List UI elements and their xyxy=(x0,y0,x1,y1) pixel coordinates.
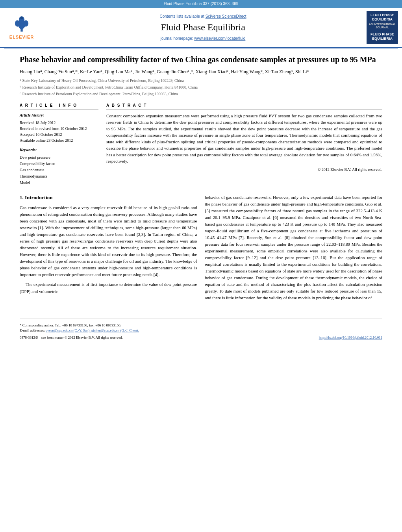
journal-citation-bar: Fluid Phase Equilibria 337 (2013) 363–36… xyxy=(0,0,402,8)
received-date: Received 18 July 2012 xyxy=(20,120,98,126)
badge-title: FLUID PHASE EQUILIBRIA xyxy=(371,13,394,22)
intro-para-2: The experimental measurement is of first… xyxy=(20,281,197,295)
article-info-abstract: A R T I C L E I N F O Article history: R… xyxy=(20,103,382,186)
article-title: Phase behavior and compressibility facto… xyxy=(20,54,382,65)
copyright-line: © 2012 Elsevier B.V. All rights reserved… xyxy=(106,167,382,172)
authors-line: Huang Liuᵃ, Chang-Yu Sunᵃ,*, Ke-Le Yanᵃ,… xyxy=(20,69,382,75)
author-list: Huang Liuᵃ, Chang-Yu Sunᵃ,*, Ke-Le Yanᵃ,… xyxy=(20,69,309,74)
body-col-right: behavior of gas condensate reservoirs. H… xyxy=(205,194,383,305)
affiliation-c: ᶜ Research Institute of Petroleum Explor… xyxy=(20,91,382,97)
elsevier-logo: ELSEVIER xyxy=(4,11,39,44)
sciverse-link[interactable]: SciVerse ScienceDirect xyxy=(206,14,246,19)
revised-date: Received in revised form 10 October 2012 xyxy=(20,126,98,132)
homepage-link[interactable]: www.elsevier.com/locate/fluid xyxy=(194,36,245,41)
keywords-label: Keywords: xyxy=(20,147,98,153)
body-col-left: 1. Introduction Gas condensate is consid… xyxy=(20,194,197,305)
keyword-1: Dew point pressure xyxy=(20,154,98,161)
journal-title: Fluid Phase Equilibria xyxy=(161,21,245,34)
doi-link[interactable]: http://dx.doi.org/10.1016/j.fluid.2012.1… xyxy=(319,335,382,340)
section1-title: 1. Introduction xyxy=(20,194,197,201)
keyword-2: Compressibility factor xyxy=(20,161,98,167)
keywords-section: Keywords: Dew point pressure Compressibi… xyxy=(20,147,98,186)
main-content: Phase behavior and compressibility facto… xyxy=(0,48,402,313)
abstract-col: A B S T R A C T Constant composition exp… xyxy=(106,103,382,186)
page: Fluid Phase Equilibria 337 (2013) 363–36… xyxy=(0,0,402,532)
svg-point-5 xyxy=(20,16,23,19)
footer-divider xyxy=(20,319,382,321)
email-links[interactable]: cysun@cup.edu.cn (C.-Y. Sun), gjchen@cup… xyxy=(46,328,139,332)
article-info-header: A R T I C L E I N F O xyxy=(20,103,98,109)
available-date: Available online 23 October 2012 xyxy=(20,137,98,143)
keyword-4: Thermodynamics xyxy=(20,173,98,180)
intro-para-1: Gas condensate is considered as a very c… xyxy=(20,204,197,278)
journal-center: Contents lists available at SciVerse Sci… xyxy=(43,11,363,44)
footer-bottom: 0378-3812/$ – see front matter © 2012 El… xyxy=(20,335,382,340)
homepage-line: journal homepage: www.elsevier.com/locat… xyxy=(161,36,246,41)
abstract-text: Constant composition expansion measureme… xyxy=(106,113,382,165)
keyword-3: Gas condensate xyxy=(20,167,98,173)
accepted-date: Accepted 16 October 2012 xyxy=(20,132,98,137)
article-history-label: Article history: xyxy=(20,113,98,118)
badge-subtitle: AN INTERNATIONAL JOURNAL xyxy=(368,23,397,30)
journal-header: ELSEVIER Contents lists available at Sci… xyxy=(0,8,402,48)
journal-badge: FLUID PHASE EQUILIBRIA AN INTERNATIONAL … xyxy=(367,11,398,44)
body-section: 1. Introduction Gas condensate is consid… xyxy=(20,194,382,305)
elsevier-wordmark: ELSEVIER xyxy=(9,34,34,40)
sciverse-line: Contents lists available at SciVerse Sci… xyxy=(159,14,246,19)
intro-para-3: behavior of gas condensate reservoirs. H… xyxy=(205,194,383,302)
body-text-right: behavior of gas condensate reservoirs. H… xyxy=(205,194,383,302)
body-divider xyxy=(20,190,382,190)
issn-line: 0378-3812/$ – see front matter © 2012 El… xyxy=(20,335,123,340)
email-label: E-mail addresses: xyxy=(20,328,45,332)
corresponding-note: * Corresponding author. Tel.: +86 10 897… xyxy=(20,323,121,327)
abstract-header: A B S T R A C T xyxy=(106,103,382,109)
elsevier-tree-icon xyxy=(10,15,33,33)
keyword-5: Model xyxy=(20,180,98,186)
affiliation-a: ᵃ State Key Laboratory of Heavy Oil Proc… xyxy=(20,78,382,83)
affiliation-b: ᵇ Research Institute of Exploration and … xyxy=(20,84,382,90)
article-info-col: A R T I C L E I N F O Article history: R… xyxy=(20,103,98,186)
body-text-left: Gas condensate is considered as a very c… xyxy=(20,204,197,295)
sciverse-label: Contents lists available at xyxy=(159,14,204,19)
badge-title2: FLUID PHASE EQUILIBRIA xyxy=(371,32,394,41)
homepage-label: journal homepage: xyxy=(161,36,193,41)
footer-note: * Corresponding author. Tel.: +86 10 897… xyxy=(20,323,382,334)
affiliations: ᵃ State Key Laboratory of Heavy Oil Proc… xyxy=(20,78,382,97)
journal-citation: Fluid Phase Equilibria 337 (2013) 363–36… xyxy=(164,2,239,6)
